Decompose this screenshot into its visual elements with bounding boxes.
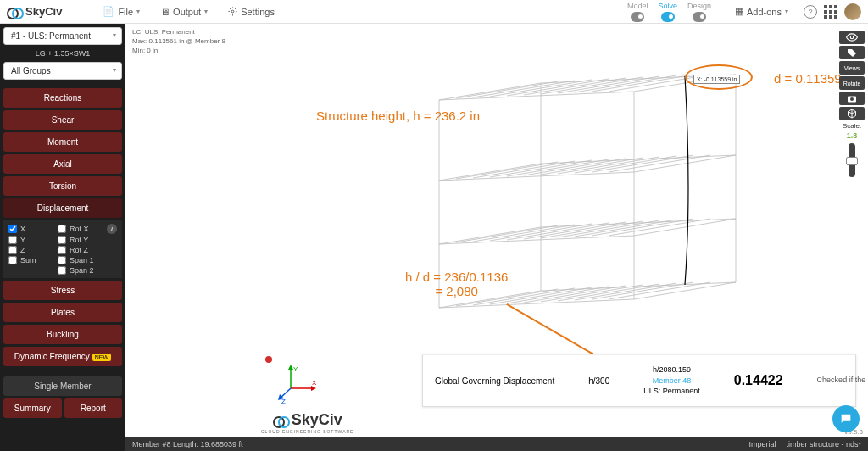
results-panel: Global Governing Displacement h/300 h/20… bbox=[422, 354, 856, 407]
tag-tool[interactable] bbox=[839, 46, 865, 59]
check-rotz[interactable]: Rot Z bbox=[58, 246, 100, 254]
logo-icon bbox=[7, 6, 22, 18]
brand-logo[interactable]: SkyCiv bbox=[7, 5, 62, 18]
camera-tool[interactable] bbox=[839, 92, 865, 105]
views-tool[interactable]: Views bbox=[839, 61, 865, 75]
tag-icon bbox=[847, 48, 857, 57]
stress-button[interactable]: Stress bbox=[3, 281, 122, 300]
header-right: Model Solve Design ▦Add-ons▾ ? bbox=[627, 2, 861, 22]
check-span1[interactable]: Span 1 bbox=[58, 256, 100, 264]
axis-triad: Y X Z bbox=[270, 363, 320, 407]
combo-equation: LG + 1.35×SW1 bbox=[3, 47, 122, 59]
check-rotx[interactable]: Rot X bbox=[58, 224, 100, 234]
shear-button[interactable]: Shear bbox=[3, 110, 122, 130]
output-menu[interactable]: 🖥Output▾ bbox=[152, 3, 216, 20]
displacement-button[interactable]: Displacement bbox=[3, 198, 122, 218]
annotation-ratio: h / d = 236/0.1136= 2,080 bbox=[405, 270, 508, 298]
sidebar: #1 - ULS: Permanent LG + 1.35×SW1 All Gr… bbox=[0, 24, 125, 451]
dynfreq-button[interactable]: Dynamic FrequencyNEW bbox=[3, 347, 122, 366]
lc-info: LC: ULS: Permanent Max: 0.113561 in @ Me… bbox=[132, 27, 225, 56]
annotation-h: Structure height, h = 236.2 in bbox=[316, 109, 480, 123]
apps-grid-icon[interactable] bbox=[824, 5, 837, 19]
results-value: 0.14422 bbox=[734, 373, 783, 388]
check-roty[interactable]: Rot Y bbox=[58, 236, 100, 244]
settings-menu[interactable]: Settings bbox=[220, 3, 283, 20]
svg-line-30 bbox=[609, 219, 710, 236]
plates-button[interactable]: Plates bbox=[3, 303, 122, 322]
svg-point-0 bbox=[231, 10, 234, 13]
svg-line-20 bbox=[609, 155, 710, 172]
footer-logo: SkyCiv CLOUD ENGINEERING SOFTWARE bbox=[261, 411, 353, 434]
mode-tabs: Model Solve Design bbox=[627, 2, 711, 22]
groups-select[interactable]: All Groups bbox=[3, 62, 122, 80]
displacement-options: X Rot X i Y Rot Y Z Rot Z Sum Span 1 Spa… bbox=[3, 220, 122, 278]
mode-solve[interactable]: Solve bbox=[658, 2, 677, 22]
moment-button[interactable]: Moment bbox=[3, 132, 122, 152]
gear-icon bbox=[228, 7, 237, 16]
help-icon[interactable]: ? bbox=[804, 5, 817, 19]
results-description: Checked if the displacement perpendicula… bbox=[817, 376, 868, 386]
file-menu[interactable]: 📄File▾ bbox=[94, 3, 148, 20]
status-units[interactable]: Imperial bbox=[748, 440, 776, 448]
chat-button[interactable] bbox=[832, 405, 860, 432]
torsion-button[interactable]: Torsion bbox=[3, 176, 122, 196]
canvas[interactable]: LC: ULS: Permanent Max: 0.113561 in @ Me… bbox=[125, 24, 868, 451]
file-icon: 📄 bbox=[103, 6, 114, 17]
right-toolbar: Views Rotate Scale: 1.3 bbox=[839, 31, 865, 179]
svg-point-56 bbox=[850, 97, 854, 101]
eye-icon bbox=[846, 33, 858, 42]
results-detail: h/2080.159 Member 48 ULS: Permanent bbox=[643, 365, 700, 397]
eye-tool[interactable] bbox=[839, 31, 865, 44]
camera-icon bbox=[847, 94, 857, 103]
mode-model[interactable]: Model bbox=[627, 2, 648, 22]
record-indicator bbox=[265, 356, 272, 363]
check-z[interactable]: Z bbox=[8, 246, 51, 254]
check-y[interactable]: Y bbox=[8, 236, 51, 244]
report-button[interactable]: Report bbox=[64, 398, 123, 418]
results-title: Global Governing Displacement bbox=[435, 376, 554, 386]
check-sum[interactable]: Sum bbox=[8, 256, 51, 264]
check-span2[interactable]: Span 2 bbox=[58, 266, 100, 275]
addons-menu[interactable]: ▦Add-ons▾ bbox=[726, 3, 797, 20]
scale-label: Scale: bbox=[839, 122, 865, 130]
addons-icon: ▦ bbox=[735, 6, 743, 17]
avatar[interactable] bbox=[844, 3, 861, 20]
load-combo-select[interactable]: #1 - ULS: Permanent bbox=[3, 27, 122, 45]
status-bar: Member #8 Length: 19.685039 ft Imperial … bbox=[125, 437, 868, 451]
status-left: Member #8 Length: 19.685039 ft bbox=[132, 440, 243, 448]
axial-button[interactable]: Axial bbox=[3, 154, 122, 174]
svg-text:Y: Y bbox=[293, 365, 298, 373]
buckling-button[interactable]: Buckling bbox=[3, 325, 122, 344]
member-link[interactable]: Member 48 bbox=[643, 376, 700, 387]
annotation-ellipse bbox=[685, 64, 753, 90]
status-file[interactable]: timber structure - nds* bbox=[786, 440, 861, 448]
check-x[interactable]: X bbox=[8, 224, 51, 234]
top-header: SkyCiv 📄File▾ 🖥Output▾ Settings Model So… bbox=[0, 0, 868, 24]
cube-tool[interactable] bbox=[839, 107, 865, 120]
chat-icon bbox=[839, 412, 853, 426]
monitor-icon: 🖥 bbox=[160, 7, 170, 17]
mode-design[interactable]: Design bbox=[687, 2, 711, 22]
svg-line-40 bbox=[609, 282, 710, 299]
summary-button[interactable]: Summary bbox=[3, 398, 62, 418]
rotate-tool[interactable]: Rotate bbox=[839, 76, 865, 90]
results-limit: h/300 bbox=[588, 376, 609, 386]
info-icon[interactable]: i bbox=[107, 224, 117, 234]
scale-slider[interactable] bbox=[849, 143, 855, 177]
header-left: SkyCiv 📄File▾ 🖥Output▾ Settings bbox=[7, 3, 283, 20]
svg-text:Z: Z bbox=[281, 398, 286, 405]
svg-text:X: X bbox=[312, 379, 317, 387]
svg-point-54 bbox=[850, 36, 854, 39]
reactions-button[interactable]: Reactions bbox=[3, 88, 122, 108]
main: #1 - ULS: Permanent LG + 1.35×SW1 All Gr… bbox=[0, 24, 868, 451]
cube-icon bbox=[847, 109, 857, 119]
single-member-button[interactable]: Single Member bbox=[3, 376, 122, 396]
scale-value: 1.3 bbox=[839, 131, 865, 140]
